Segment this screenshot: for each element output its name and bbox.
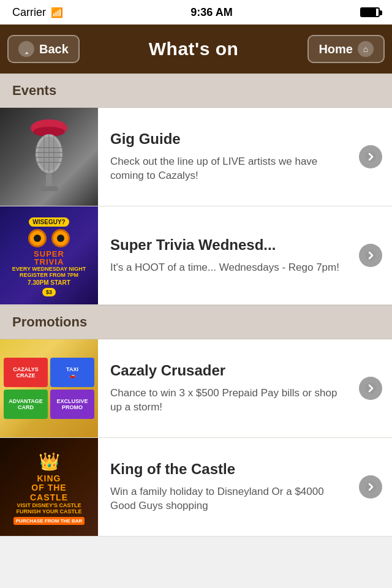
trivia-badge: WISEGUY? bbox=[29, 217, 69, 227]
king-img-sub2: FURNISH YOUR CASTLE bbox=[17, 508, 82, 514]
trivia-desc: It's a HOOT of a time... Wednesdays - Re… bbox=[110, 260, 352, 275]
trivia-title: Super Trivia Wednesd... bbox=[110, 236, 352, 254]
trivia-image: WISEGUY? SuperTRIVIA EVERY WEDNESDAY NIG… bbox=[0, 206, 98, 304]
trivia-sub: EVERY WEDNESDAY NIGHT bbox=[12, 266, 86, 272]
status-right bbox=[360, 7, 380, 17]
king-item[interactable]: 👑 KINGOF THECASTLE VISIT DISNEY'S CASTLE… bbox=[0, 438, 392, 537]
trivia-text: Super Trivia Wednesd... It's a HOOT of a… bbox=[110, 236, 352, 275]
cazaly-cell-2: TAXI🚗 bbox=[50, 358, 94, 387]
king-text: King of the Castle Win a family holiday … bbox=[110, 461, 352, 513]
king-content: King of the Castle Win a family holiday … bbox=[98, 438, 392, 536]
cazaly-desc: Chance to win 3 x $500 Prepaid Pay bills… bbox=[110, 386, 352, 415]
king-img-sub: VISIT DISNEY'S CASTLE bbox=[17, 502, 81, 508]
cazaly-cell-1: CAZALYSCRAZE bbox=[4, 358, 48, 387]
back-label: Back bbox=[39, 42, 69, 56]
gig-guide-desc: Check out the line up of LIVE artists we… bbox=[110, 154, 352, 184]
wifi-icon: 📶 bbox=[51, 7, 63, 18]
king-img-title: KINGOF THECASTLE bbox=[30, 474, 68, 502]
king-image: 👑 KINGOF THECASTLE VISIT DISNEY'S CASTLE… bbox=[0, 438, 98, 536]
king-crown-icon: 👑 bbox=[39, 451, 60, 472]
home-icon: ⌂ bbox=[358, 41, 374, 57]
events-section-header: Events bbox=[0, 74, 392, 108]
page-title: What's on bbox=[149, 39, 239, 59]
gig-guide-image bbox=[0, 108, 98, 206]
trivia-time: REGISTER FROM 7PM bbox=[20, 272, 78, 278]
gig-guide-content: Gig Guide Check out the line up of LIVE … bbox=[98, 108, 392, 206]
back-icon: ‸ bbox=[18, 41, 34, 57]
trivia-content: Super Trivia Wednesd... It's a HOOT of a… bbox=[98, 206, 392, 304]
nav-bar: ‸ Back What's on Home ⌂ bbox=[0, 24, 392, 74]
trivia-item[interactable]: WISEGUY? SuperTRIVIA EVERY WEDNESDAY NIG… bbox=[0, 206, 392, 305]
king-desc: Win a family holiday to Disneyland Or a … bbox=[110, 484, 352, 514]
gig-guide-item[interactable]: Gig Guide Check out the line up of LIVE … bbox=[0, 108, 392, 206]
cazaly-image: CAZALYSCRAZE TAXI🚗 ADVANTAGECARD EXCLUSI… bbox=[0, 339, 98, 437]
svg-point-14 bbox=[365, 250, 376, 261]
status-bar: Carrier 📶 9:36 AM bbox=[0, 0, 392, 24]
cazaly-arrow[interactable] bbox=[359, 377, 382, 400]
svg-rect-12 bbox=[40, 186, 58, 191]
trivia-start: 7.30PM START bbox=[28, 279, 70, 286]
home-button[interactable]: Home ⌂ bbox=[307, 35, 385, 63]
king-arrow[interactable] bbox=[359, 475, 382, 499]
king-badge: PURCHASE FROM THE BAR bbox=[13, 517, 85, 525]
battery-icon bbox=[360, 7, 380, 17]
cazaly-cell-3: ADVANTAGECARD bbox=[4, 390, 48, 419]
home-label: Home bbox=[318, 42, 353, 56]
svg-point-15 bbox=[365, 383, 376, 394]
cazaly-item[interactable]: CAZALYSCRAZE TAXI🚗 ADVANTAGECARD EXCLUSI… bbox=[0, 339, 392, 438]
cazaly-grid: CAZALYSCRAZE TAXI🚗 ADVANTAGECARD EXCLUSI… bbox=[4, 358, 94, 419]
gig-guide-title: Gig Guide bbox=[110, 130, 352, 148]
svg-point-16 bbox=[365, 481, 376, 492]
carrier-label: Carrier bbox=[12, 6, 46, 19]
back-button[interactable]: ‸ Back bbox=[7, 35, 80, 63]
cazaly-content: Cazaly Crusader Chance to win 3 x $500 P… bbox=[98, 339, 392, 437]
gig-guide-text: Gig Guide Check out the line up of LIVE … bbox=[110, 130, 352, 183]
king-title: King of the Castle bbox=[110, 461, 352, 478]
cazaly-title: Cazaly Crusader bbox=[110, 362, 352, 380]
status-left: Carrier 📶 bbox=[12, 6, 63, 19]
gig-guide-arrow[interactable] bbox=[359, 145, 382, 168]
cazaly-text: Cazaly Crusader Chance to win 3 x $500 P… bbox=[110, 362, 352, 415]
trivia-price: $3 bbox=[42, 288, 56, 296]
trivia-title-img: SuperTRIVIA bbox=[34, 250, 64, 266]
cazaly-cell-4: EXCLUSIVEPROMO bbox=[50, 390, 94, 419]
trivia-eyes bbox=[28, 229, 70, 247]
promotions-section-header: Promotions bbox=[0, 305, 392, 339]
trivia-arrow[interactable] bbox=[359, 244, 382, 267]
svg-point-13 bbox=[365, 151, 376, 162]
status-time: 9:36 AM bbox=[190, 6, 232, 19]
